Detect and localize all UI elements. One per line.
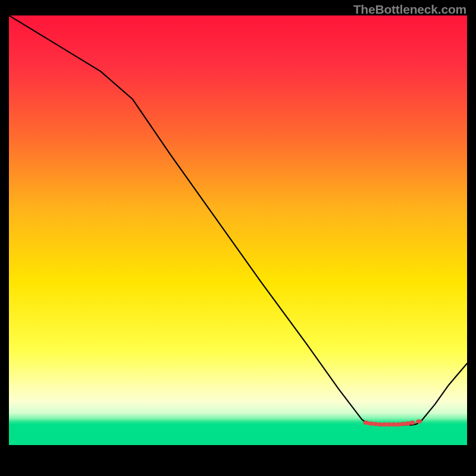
axis-band [9, 445, 467, 467]
chart-svg [9, 15, 467, 467]
watermark-text: TheBottleneck.com [353, 2, 466, 17]
chart-frame [9, 15, 467, 467]
gradient-background [9, 15, 467, 445]
marker-dot [409, 421, 415, 425]
marker-dot [416, 419, 422, 424]
